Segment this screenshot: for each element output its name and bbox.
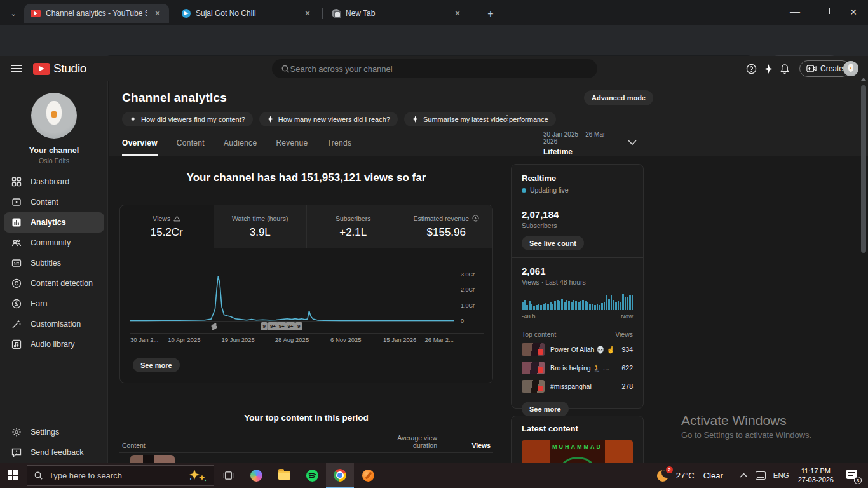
top-content-row[interactable]: Power Of Allah 💀 ☝ 934 [522,342,633,356]
studio-logo[interactable]: Studio [33,62,86,76]
x-axis-tick: 28 Aug 2025 [275,336,309,343]
sidebar-item-dashboard[interactable]: Dashboard [0,172,108,192]
column-views[interactable]: Views [471,442,491,449]
video-thumbnail [522,343,545,356]
count-marker-badge[interactable]: 9 [295,322,302,330]
start-button[interactable] [0,463,25,488]
sidebar-item-settings[interactable]: Settings [0,422,108,442]
copilot-button[interactable] [242,463,270,488]
new-tab-button[interactable]: + [483,6,498,22]
tray-expand-chevron-icon[interactable] [740,471,748,480]
chrome-icon [334,469,346,482]
sidebar-item-audio-library[interactable]: Audio library [0,334,108,355]
folder-icon [278,471,290,480]
tab-audience[interactable]: Audience [224,139,257,156]
top-content-heading: Your top content in this period [119,413,493,423]
browser-tab-1[interactable]: Channel analytics - YouTube Studio ✕ [24,4,169,23]
y-axis-tick: 0 [461,318,486,324]
tab-revenue[interactable]: Revenue [276,139,308,156]
views-line-chart[interactable] [130,261,454,322]
weather-widget[interactable]: 2 [656,467,672,484]
browser-tab-2[interactable]: Sujal Got No Chill ✕ [175,4,320,23]
shorts-marker-icon[interactable] [210,322,219,331]
table-row-thumbnail-partial[interactable] [130,455,175,463]
metric-tab-watch-time[interactable]: Watch time (hours) 3.9L [214,205,307,248]
sidebar-item-community[interactable]: Community [0,233,108,253]
notifications-button[interactable] [777,61,792,76]
see-more-button[interactable]: See more [133,358,180,372]
window-restore-button[interactable] [810,0,839,24]
studio-search-bar[interactable] [272,59,597,78]
see-live-count-button[interactable]: See live count [522,236,584,250]
touch-keyboard-icon[interactable] [756,471,766,480]
task-view-button[interactable] [214,463,242,488]
sidebar-item-send-feedback[interactable]: Send feedback [0,442,108,463]
temperature[interactable]: 27°C [676,471,695,480]
scrollbar-up-arrow-icon[interactable] [861,78,866,81]
content-icon [11,197,22,207]
notification-center-button[interactable]: 3 [844,467,863,484]
tab-trends[interactable]: Trends [327,139,352,156]
scrollbar-thumb[interactable] [861,85,866,253]
chip-how-found[interactable]: How did viewers find my content? [122,112,253,126]
weather-condition[interactable]: Clear [703,471,723,480]
fl-studio-button[interactable] [354,463,382,488]
tab-close-icon[interactable]: ✕ [452,8,463,18]
top-content-row[interactable]: Bro is helping 🧎 🤩 #edit #… 622 [522,361,633,375]
sidebar-item-subtitles[interactable]: Subtitles [0,253,108,273]
tab-close-icon[interactable]: ✕ [153,8,163,18]
realtime-see-more-button[interactable]: See more [522,402,569,416]
video-title: Bro is helping 🧎 🤩 #edit #… [550,364,616,372]
metric-tab-subscribers[interactable]: Subscribers +2.1L [306,205,400,248]
feedback-icon [11,447,22,458]
taskbar-search-box[interactable] [27,465,214,486]
account-avatar[interactable] [843,61,858,76]
date-range-picker[interactable]: 30 Jan 2025 – 26 Mar 2026 Lifetime [521,131,616,156]
top-content-row[interactable]: #misspanghal 278 [522,379,633,393]
chip-summarise[interactable]: Summarise my latest video performance [404,112,556,126]
chip-new-viewers[interactable]: How many new viewers did I reach? [259,112,398,126]
hamburger-menu-icon[interactable] [11,65,22,72]
sparkle-assistant-button[interactable] [761,61,776,76]
spotify-button[interactable] [298,463,326,488]
file-explorer-button[interactable] [270,463,298,488]
clock[interactable]: 11:17 PM 27-03-2026 [798,466,834,484]
tab-content[interactable]: Content [177,139,205,156]
tab-search-icon[interactable]: ⌄ [5,6,22,20]
realtime-bar [592,304,593,310]
channel-avatar[interactable] [31,93,77,139]
tray-date: 27-03-2026 [798,476,834,484]
language-indicator[interactable]: ENG [773,471,789,479]
tab-overview[interactable]: Overview [122,139,158,156]
window-minimize-button[interactable]: — [780,0,810,24]
tab-close-icon[interactable]: ✕ [302,8,313,18]
sidebar-item-content-detection[interactable]: Content detection [0,273,108,294]
search-highlights-sparkle-icon[interactable] [186,468,207,482]
chips-overflow-menu-icon[interactable]: ⋮ [503,113,512,123]
sparkle-icon [764,64,773,74]
youtube-favicon-icon [31,10,41,17]
sidebar-item-content[interactable]: Content [0,192,108,212]
count-marker-badge[interactable]: 9+ [285,322,295,330]
sidebar-item-earn[interactable]: Earn [0,294,108,314]
metric-tab-estimated-revenue[interactable]: Estimated revenue $155.96 [400,205,493,248]
advanced-mode-button[interactable]: Advanced mode [584,90,653,105]
sidebar-item-customisation[interactable]: Customisation [0,314,108,334]
taskbar-search-input[interactable] [49,471,180,480]
page-scrollbar[interactable] [859,81,868,463]
help-button[interactable] [743,61,759,76]
count-marker-badge[interactable]: 9 [261,322,267,330]
column-content: Content [122,442,146,449]
window-close-button[interactable]: ✕ [839,0,868,24]
browser-tab-3[interactable]: New Tab ✕ [325,4,470,23]
video-title: #misspanghal [550,383,616,390]
sidebar-item-analytics[interactable]: Analytics [4,212,104,233]
date-picker-chevron-down-icon[interactable] [628,137,637,148]
realtime-bar-chart[interactable] [522,294,633,310]
realtime-bar [554,301,556,310]
studio-search-input[interactable] [290,64,588,74]
chip-label: How did viewers find my content? [141,116,245,123]
metric-tab-views[interactable]: Views 15.2Cr [120,205,214,248]
chrome-button[interactable] [326,463,354,488]
customisation-wand-icon [11,319,22,329]
